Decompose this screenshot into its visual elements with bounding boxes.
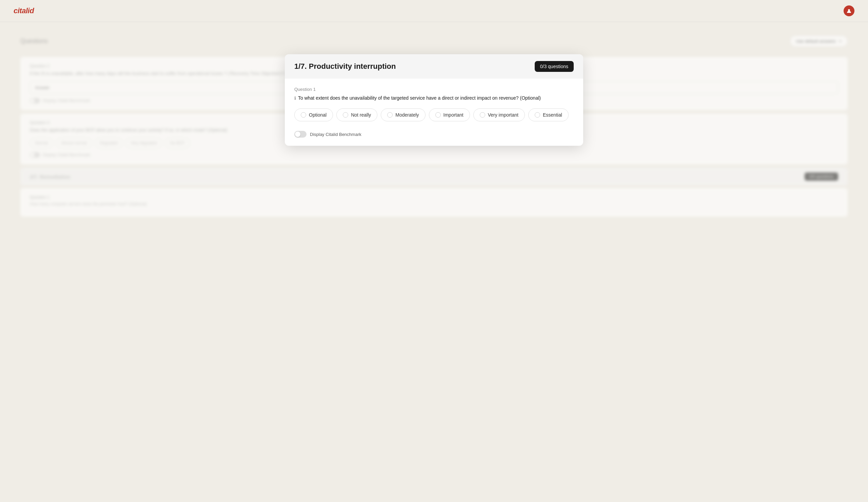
radio-very-important[interactable]: Very important — [473, 108, 525, 121]
radio-not-really[interactable]: Not really — [336, 108, 378, 121]
radio-important-label: Important — [444, 112, 464, 118]
toggle-knob — [295, 132, 300, 137]
modal-header: 1/7. Productivity interruption 0/3 quest… — [285, 54, 583, 79]
radio-very-important-label: Very important — [488, 112, 518, 118]
radio-optional[interactable]: Optional — [294, 108, 333, 121]
radio-circle-not-really — [343, 112, 348, 118]
question1-text: ℹ To what extent does the unavailability… — [294, 95, 574, 102]
toggle-label: Display Citalid Benchmark — [310, 132, 361, 137]
toggle-row: Display Citalid Benchmark — [294, 129, 574, 138]
question1-label: Question 1 — [294, 87, 574, 92]
radio-moderately[interactable]: Moderately — [381, 108, 425, 121]
info-icon: ℹ — [294, 95, 296, 102]
radio-circle-important — [435, 112, 441, 118]
radio-essential[interactable]: Essential — [528, 108, 569, 121]
radio-circle-very-important — [480, 112, 485, 118]
modal-card: 1/7. Productivity interruption 0/3 quest… — [285, 54, 583, 146]
modal-overlay: 1/7. Productivity interruption 0/3 quest… — [0, 0, 868, 502]
radio-not-really-label: Not really — [351, 112, 371, 118]
radio-circle-moderately — [387, 112, 393, 118]
radio-group: Optional Not really Moderately Important… — [294, 108, 574, 121]
radio-circle-essential — [535, 112, 540, 118]
benchmark-toggle[interactable] — [294, 131, 307, 138]
radio-essential-label: Essential — [543, 112, 562, 118]
radio-circle-optional — [301, 112, 306, 118]
questions-badge: 0/3 questions — [535, 61, 574, 72]
radio-optional-label: Optional — [309, 112, 327, 118]
modal-title: 1/7. Productivity interruption — [294, 62, 396, 71]
radio-important[interactable]: Important — [429, 108, 470, 121]
radio-moderately-label: Moderately — [395, 112, 419, 118]
question1-text-content: To what extent does the unavailability o… — [298, 95, 541, 102]
modal-body: Question 1 ℹ To what extent does the una… — [285, 79, 583, 146]
